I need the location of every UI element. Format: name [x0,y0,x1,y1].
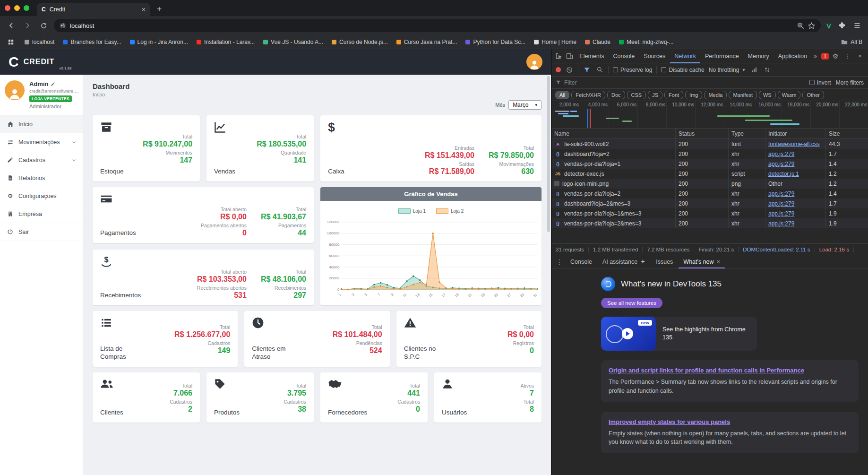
minimize-window-button[interactable] [14,5,20,11]
request-row[interactable]: JSdetector-exec.js 200 script detector.j… [551,169,868,179]
bookmark-item[interactable]: Meet: mdg-zfwq-... [619,39,673,45]
sidebar-item-configuracoes[interactable]: ⚙ Configurações [0,187,83,205]
chip-doc[interactable]: Doc [607,91,625,99]
network-search-icon[interactable] [595,64,604,76]
request-row[interactable]: Afa-solid-900.woff2 200 font fontawesome… [551,139,868,149]
chip-manifest[interactable]: Manifest [729,91,757,99]
chip-wasm[interactable]: Wasm [778,91,801,99]
forward-icon[interactable] [22,20,33,31]
bookmark-item[interactable]: Curso de Node.js... [332,39,388,45]
chip-media[interactable]: Media [704,91,727,99]
preserve-log-checkbox[interactable]: Preserve log [613,67,652,73]
sidebar-item-empresa[interactable]: Empresa [0,205,83,223]
initiator-link[interactable]: app.js:279 [768,190,794,197]
bookmark-item[interactable]: Vue JS - Usando A... [263,39,323,45]
sidebar-item-cadastros[interactable]: Cadastros [0,151,83,169]
chip-other[interactable]: Other [802,91,824,99]
initiator-link[interactable]: detector.js:1 [768,171,799,177]
error-count-badge[interactable]: 1 [821,53,829,60]
initiator-link[interactable]: app.js:279 [768,200,794,207]
sidebar-item-movimentacoes[interactable]: Movimentações [0,133,83,151]
request-row[interactable]: {}dashboard?loja=2 200 xhr app.js:279 1.… [551,149,868,159]
checkbox-icon[interactable] [809,80,815,85]
bookmark-item[interactable]: Installation - Larav... [197,39,255,45]
url-text[interactable]: localhost [70,22,793,29]
col-size[interactable]: Size [825,129,868,138]
tab-performance[interactable]: Performance [701,49,743,63]
sidebar-avatar[interactable] [5,80,25,100]
device-toolbar-icon[interactable] [564,50,575,62]
extensions-puzzle-icon[interactable] [837,20,847,31]
chip-ws[interactable]: WS [759,91,776,99]
chip-font[interactable]: Font [664,91,683,99]
tab-close-icon[interactable]: × [142,6,146,13]
filter-funnel-icon[interactable] [583,64,591,76]
zoom-window-button[interactable] [24,5,29,11]
clear-icon[interactable] [565,64,574,76]
close-window-button[interactable] [5,5,10,11]
sidebar-item-relatorios[interactable]: Relatórios [0,169,83,187]
initiator-link[interactable]: app.js:279 [768,151,794,157]
network-conditions-icon[interactable] [750,64,758,76]
bookmark-item[interactable]: Python for Data Sc... [465,39,525,45]
request-row[interactable]: {}vendas-por-dia?loja=1 200 xhr app.js:2… [551,159,868,169]
tab-sources[interactable]: Sources [639,49,670,63]
section-heading-link[interactable]: Improved empty states for various panels [609,418,730,425]
drawer-tab-ai-assistance[interactable]: AI assistance [598,255,650,268]
v-extension-icon[interactable]: V [825,22,832,30]
invert-checkbox[interactable]: Invert [809,79,831,86]
disable-cache-checkbox[interactable]: Disable cache [661,67,704,73]
request-row[interactable]: {}vendas-por-dia?loja=2 200 xhr app.js:2… [551,189,868,199]
initiator-link[interactable]: app.js:279 [768,220,794,227]
month-select[interactable]: Março ▾ [508,100,541,110]
zoom-icon[interactable] [797,22,804,29]
network-overview-timeline[interactable]: 2,000 ms4,000 ms6,000 ms8,000 ms10,000 m… [551,101,868,129]
tab-memory[interactable]: Memory [744,49,773,63]
initiator-link[interactable]: app.js:279 [768,210,794,217]
app-scrollbar[interactable] [547,76,550,232]
chip-css[interactable]: CSS [627,91,646,99]
back-icon[interactable] [6,20,17,31]
section-heading-link[interactable]: Origin and script links for profile and … [609,367,804,374]
initiator-link[interactable]: fontawesome-all.css [768,141,820,147]
site-info-icon[interactable] [60,22,66,29]
highlights-video-card[interactable]: new See the highlights from Chrome 135 [601,317,757,351]
all-bookmarks-button[interactable]: All B [841,39,862,45]
drawer-tab-whats-new[interactable]: What's new × [679,255,725,268]
devtools-menu-icon[interactable]: ⋮ [842,50,854,62]
drawer-menu-icon[interactable]: ⋮ [554,258,565,266]
browser-menu-icon[interactable] [852,20,862,31]
inspect-element-icon[interactable] [553,50,564,62]
chip-all[interactable]: All [555,91,569,99]
see-all-features-button[interactable]: See all new features [601,298,662,308]
chip-fetch-xhr[interactable]: Fetch/XHR [571,91,605,99]
apps-grid-icon[interactable] [6,37,16,47]
devtools-settings-icon[interactable]: ⚙ [829,50,842,62]
request-row[interactable]: {}vendas-por-dia?loja=1&mes=3 200 xhr ap… [551,208,868,218]
more-tabs-icon[interactable]: » [812,52,819,60]
bookmark-item[interactable]: localhost [25,39,54,45]
checkbox-icon[interactable] [661,67,666,72]
col-status[interactable]: Status [675,129,728,138]
request-row[interactable]: logo-icon-mini.png 200 png Other 1.2 [551,179,868,189]
close-drawer-tab-icon[interactable]: × [717,258,721,265]
user-avatar[interactable] [526,54,542,70]
col-type[interactable]: Type [728,129,765,138]
reload-icon[interactable] [38,20,49,31]
more-filters-button[interactable]: More filters [836,79,864,86]
video-thumbnail[interactable]: new [601,317,656,351]
edit-pencil-icon[interactable] [51,82,55,86]
chip-js[interactable]: JS [648,91,662,99]
col-initiator[interactable]: Initiator [765,129,825,138]
bookmark-item[interactable]: Branches for Easy... [63,39,121,45]
initiator-link[interactable]: app.js:279 [768,161,794,167]
play-icon[interactable] [622,328,633,339]
bookmark-item[interactable]: Claude [585,39,610,45]
tab-elements[interactable]: Elements [575,49,608,63]
bookmark-item[interactable]: Home | Home [534,39,576,45]
drawer-tab-console[interactable]: Console [566,255,597,268]
col-name[interactable]: Name [551,129,675,138]
checkbox-icon[interactable] [613,67,618,72]
bookmark-item[interactable]: Log in - Jira Anron... [130,39,188,45]
address-bar[interactable]: localhost [54,19,821,32]
